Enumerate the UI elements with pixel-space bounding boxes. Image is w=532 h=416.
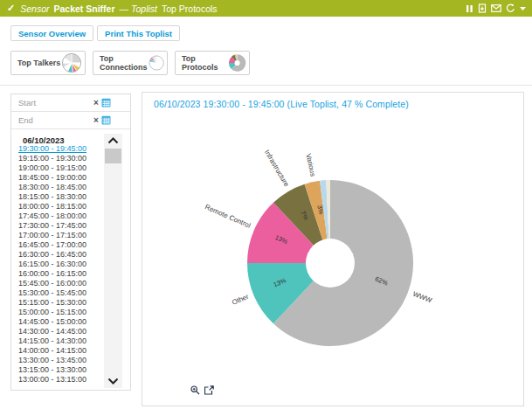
- interval-list: 19:30:00 - 19:45:0019:15:00 - 19:30:0019…: [15, 144, 109, 385]
- end-date-input[interactable]: [18, 115, 93, 125]
- print-toplist-button[interactable]: Print This Toplist: [97, 25, 180, 41]
- toplist-interval[interactable]: 16:15:00 - 16:30:00: [15, 260, 109, 269]
- clear-icon[interactable]: ×: [93, 99, 99, 107]
- report-icon[interactable]: [478, 3, 487, 13]
- section-divider: [0, 85, 532, 86]
- pie-chart-icon: [61, 52, 82, 73]
- caret-down-icon[interactable]: [520, 7, 526, 10]
- scrollbar-thumb[interactable]: [105, 149, 121, 163]
- app-window: ✓ Sensor Packet Sniffer — Toplist Top Pr…: [0, 0, 532, 416]
- toplist-interval[interactable]: 14:45:00 - 15:00:00: [15, 317, 109, 327]
- tab-top-connections[interactable]: Top Connections: [93, 51, 168, 75]
- end-date-row: ×: [11, 112, 130, 129]
- interval-filter-panel: × × 06/10/2023 19:30:00 - 19:45:0019:15:…: [10, 94, 131, 391]
- tab-top-talkers[interactable]: Top Talkers: [10, 51, 86, 75]
- pie-chart-icon: [149, 52, 164, 73]
- toplist-label: Toplist: [131, 3, 157, 14]
- svg-text:WWW: WWW: [411, 290, 433, 305]
- protocol-donut-chart: 62%WWW13%Other13%Remote Control7%Infrast…: [142, 112, 525, 400]
- toplist-tabs: Top Talkers Top Connections Top Protocol…: [10, 51, 250, 75]
- calendar-icon[interactable]: [101, 98, 111, 107]
- toplist-interval[interactable]: 16:45:00 - 17:00:00: [15, 240, 109, 250]
- toplist-interval[interactable]: 16:00:00 - 16:15:00: [15, 269, 109, 279]
- svg-text:Other: Other: [231, 293, 250, 307]
- scroll-down-button[interactable]: [104, 374, 122, 388]
- sensor-name[interactable]: Packet Sniffer: [54, 3, 115, 14]
- ok-check-icon: ✓: [7, 3, 15, 14]
- toplist-interval[interactable]: 18:15:00 - 18:30:00: [15, 192, 109, 202]
- toplist-interval[interactable]: 15:30:00 - 15:45:00: [15, 288, 109, 298]
- tab-label: Top Protocols: [182, 54, 228, 72]
- toplist-interval[interactable]: 15:00:00 - 15:15:00: [15, 308, 109, 317]
- zoom-in-icon[interactable]: [190, 385, 200, 395]
- toplist-interval[interactable]: 14:15:00 - 14:30:00: [15, 336, 109, 346]
- toplist-interval[interactable]: 19:15:00 - 19:30:00: [15, 154, 109, 163]
- toplist-interval[interactable]: 18:30:00 - 18:45:00: [15, 183, 109, 192]
- clear-icon[interactable]: ×: [93, 116, 99, 125]
- scroll-up-button[interactable]: [104, 134, 122, 148]
- toplist-interval[interactable]: 15:15:00 - 15:30:00: [15, 298, 109, 308]
- external-link-icon[interactable]: [204, 385, 214, 395]
- start-date-row: ×: [11, 94, 130, 112]
- toplist-interval[interactable]: 17:45:00 - 18:00:00: [15, 211, 109, 221]
- toplist-interval[interactable]: 13:00:00 - 13:15:00: [15, 375, 109, 385]
- toplist-interval[interactable]: 16:30:00 - 16:45:00: [15, 250, 109, 260]
- calendar-icon[interactable]: [101, 115, 111, 125]
- interval-scrollbar: [104, 134, 122, 388]
- pause-icon[interactable]: [466, 4, 473, 13]
- toplist-interval[interactable]: 13:30:00 - 13:45:00: [15, 356, 109, 365]
- header-separator: —: [120, 3, 129, 14]
- toplist-name: Top Protocols: [162, 3, 218, 14]
- toplist-interval[interactable]: 18:45:00 - 19:00:00: [15, 173, 109, 183]
- svg-text:Infrastructure: Infrastructure: [263, 149, 291, 189]
- toplist-interval[interactable]: 17:30:00 - 17:45:00: [15, 221, 109, 231]
- toplist-interval[interactable]: 13:15:00 - 13:30:00: [15, 365, 109, 375]
- toplist-chart-panel: 06/10/2023 19:30:00 - 19:45:00 (Live Top…: [142, 92, 524, 406]
- toplist-interval[interactable]: 19:30:00 - 19:45:00: [15, 144, 109, 154]
- chart-title: 06/10/2023 19:30:00 - 19:45:00 (Live Top…: [154, 99, 409, 109]
- toplist-interval[interactable]: 14:30:00 - 14:45:00: [15, 327, 109, 336]
- refresh-icon[interactable]: [506, 3, 515, 13]
- toplist-interval[interactable]: 18:00:00 - 18:15:00: [15, 202, 109, 211]
- email-icon[interactable]: [491, 4, 501, 12]
- tab-top-protocols[interactable]: Top Protocols: [175, 51, 250, 75]
- tab-label: Top Talkers: [17, 59, 60, 67]
- sensor-label: Sensor: [20, 3, 49, 14]
- pie-chart-icon: [228, 52, 246, 73]
- start-date-input[interactable]: [18, 98, 93, 107]
- toolbar: Sensor Overview Print This Toplist: [10, 25, 180, 41]
- sensor-header: ✓ Sensor Packet Sniffer — Toplist Top Pr…: [0, 0, 532, 17]
- toplist-interval[interactable]: 14:00:00 - 14:15:00: [15, 346, 109, 356]
- sensor-overview-button[interactable]: Sensor Overview: [10, 25, 93, 41]
- toplist-interval[interactable]: 17:00:00 - 17:15:00: [15, 231, 109, 240]
- svg-text:Various: Various: [304, 153, 317, 177]
- tab-label: Top Connections: [100, 54, 149, 72]
- svg-text:Remote Control: Remote Control: [204, 203, 252, 230]
- toplist-interval[interactable]: 19:00:00 - 19:15:00: [15, 163, 109, 173]
- toplist-interval[interactable]: 15:45:00 - 16:00:00: [15, 279, 109, 288]
